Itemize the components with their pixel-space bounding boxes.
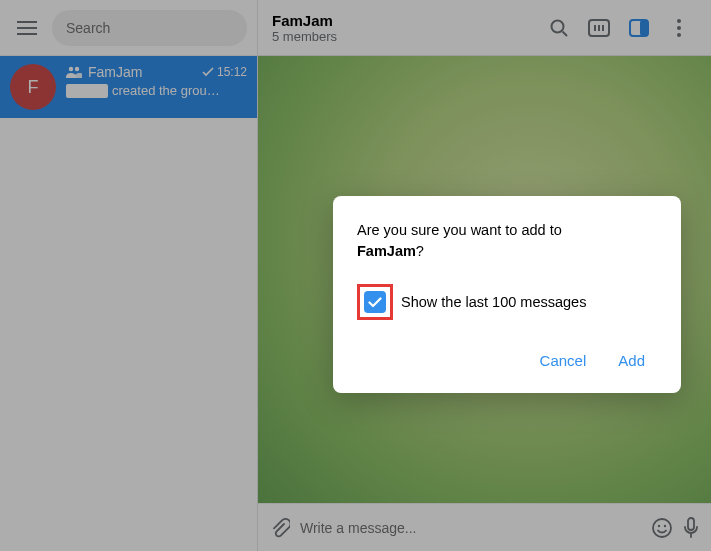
modal-overlay[interactable]: Are you sure you want to add to FamJam? …: [0, 0, 711, 551]
dialog-text: Are you sure you want to add to FamJam?: [357, 220, 657, 262]
dialog-buttons: Cancel Add: [357, 344, 657, 377]
dialog-text-b: to: [550, 222, 562, 238]
cancel-button[interactable]: Cancel: [536, 344, 591, 377]
show-messages-checkbox[interactable]: [364, 291, 386, 313]
dialog-group-name: FamJam: [357, 243, 416, 259]
app-root: F FamJam 15:12 created the grou…: [0, 0, 711, 551]
checkmark-icon: [368, 297, 382, 308]
add-member-dialog: Are you sure you want to add to FamJam? …: [333, 196, 681, 393]
dialog-q: ?: [416, 243, 424, 259]
dialog-text-a: Are you sure you want to add: [357, 222, 550, 238]
dialog-check-row: Show the last 100 messages: [357, 284, 657, 320]
add-button[interactable]: Add: [614, 344, 649, 377]
checkbox-highlight: [357, 284, 393, 320]
checkbox-label: Show the last 100 messages: [401, 294, 586, 310]
